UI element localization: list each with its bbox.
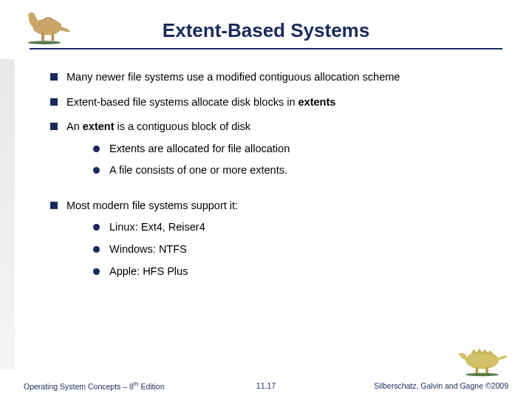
subbullet-text: Linux: Ext4, Reiser4: [109, 221, 205, 233]
subbullet-item: A file consists of one or more extents.: [93, 163, 502, 178]
svg-rect-7: [485, 367, 488, 374]
bullet-item: Extent-based file systems allocate disk …: [50, 95, 502, 110]
subbullet-text: Apple: HFS Plus: [109, 265, 188, 277]
bullet-item: Most modern file systems support it: Lin…: [50, 199, 502, 279]
bullet-text: Many newer file systems use a modified c…: [66, 71, 400, 83]
subbullet-item: Extents are allocated for file allocatio…: [93, 142, 502, 157]
footer-left: Operating System Concepts – 8th Edition: [24, 381, 165, 391]
svg-point-4: [28, 41, 61, 44]
slide-footer: Operating System Concepts – 8th Edition …: [0, 381, 532, 391]
bullet-text: An: [66, 120, 83, 132]
bullet-text: Extent-based file systems allocate disk …: [66, 96, 299, 108]
dinosaur-top-icon: [15, 4, 74, 44]
footer-book: Operating System Concepts – 8: [24, 381, 134, 390]
subbullet-text: A file consists of one or more extents.: [109, 164, 287, 176]
bullet-text: is a contiguous block of disk: [114, 120, 250, 132]
slide-header: Extent-Based Systems: [0, 0, 532, 50]
subbullet-text: Windows: NTFS: [109, 243, 187, 255]
slide-content: Many newer file systems use a modified c…: [0, 50, 532, 279]
svg-rect-6: [476, 367, 479, 374]
subbullet-text: Extents are allocated for file allocatio…: [109, 143, 290, 154]
footer-page-number: 11.17: [256, 381, 276, 390]
sidebar-strip: [0, 59, 15, 369]
footer-edition: Edition: [139, 381, 165, 390]
bullet-bold: extent: [83, 120, 115, 132]
bullet-bold: extents: [299, 96, 336, 108]
svg-rect-2: [41, 33, 44, 41]
subbullet-item: Apple: HFS Plus: [93, 265, 502, 279]
svg-rect-3: [51, 33, 54, 41]
bullet-text: Most modern file systems support it:: [66, 200, 238, 211]
spacer: [50, 188, 502, 199]
bullet-item: Many newer file systems use a modified c…: [50, 70, 502, 85]
dinosaur-bottom-icon: [454, 344, 510, 377]
slide: Extent-Based Systems Many newer file sys…: [0, 0, 532, 399]
svg-point-1: [28, 13, 35, 18]
slide-title: Extent-Based Systems: [0, 6, 532, 48]
svg-point-8: [466, 373, 499, 377]
title-rule: [30, 48, 502, 50]
bullet-item: An extent is a contiguous block of disk …: [50, 120, 502, 178]
footer-sup: th: [134, 381, 139, 387]
subbullet-item: Windows: NTFS: [93, 242, 502, 257]
footer-copyright: Silberschatz, Galvin and Gagne ©2009: [374, 381, 508, 390]
subbullet-item: Linux: Ext4, Reiser4: [93, 220, 502, 235]
